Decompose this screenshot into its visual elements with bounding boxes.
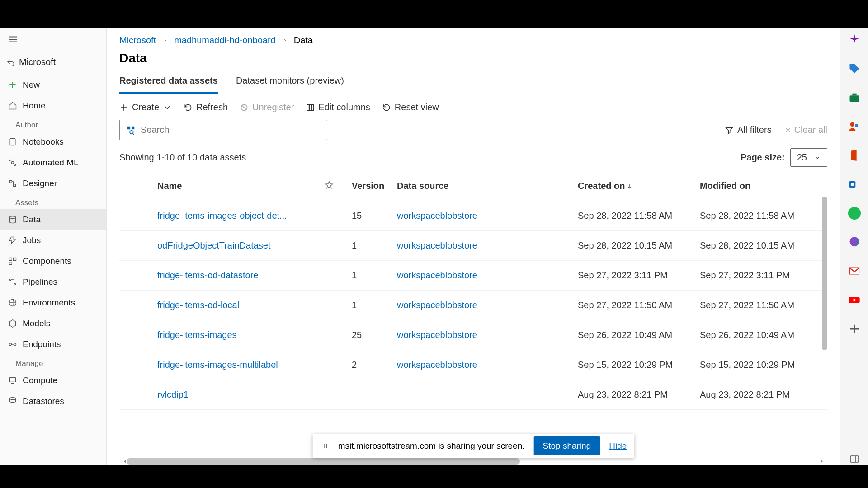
svg-rect-24 xyxy=(849,95,859,102)
close-icon xyxy=(784,127,792,134)
edit-columns-button[interactable]: Edit columns xyxy=(306,102,370,113)
sort-desc-icon xyxy=(627,183,633,189)
search-box[interactable] xyxy=(119,120,327,140)
table-row[interactable]: odFridgeObjectTrainDataset 1 workspacebl… xyxy=(119,231,827,261)
col-name[interactable]: Name xyxy=(157,181,325,191)
sidebar-compute[interactable]: Compute xyxy=(0,370,106,391)
table-row[interactable]: fridge-items-images-object-det... 15 wor… xyxy=(119,201,827,231)
gmail-icon[interactable] xyxy=(848,265,861,277)
horizontal-scrollbar[interactable] xyxy=(127,458,520,465)
hide-button[interactable]: Hide xyxy=(609,441,627,451)
asset-created: Sep 28, 2022 10:15 AM xyxy=(578,240,700,251)
clear-all-button: Clear all xyxy=(784,125,827,135)
spotify-icon[interactable] xyxy=(848,207,861,220)
sidebar-components[interactable]: Components xyxy=(0,251,106,272)
asset-name[interactable]: fridge-items-od-local xyxy=(157,300,325,310)
add-icon[interactable] xyxy=(848,323,861,335)
asset-name[interactable]: fridge-items-images xyxy=(157,330,325,340)
table-row[interactable]: fridge-items-od-datastore 1 workspaceblo… xyxy=(119,261,827,291)
stop-sharing-button[interactable]: Stop sharing xyxy=(534,436,600,455)
sidebar-new[interactable]: New xyxy=(0,75,106,95)
menu-toggle[interactable] xyxy=(0,28,106,52)
asset-created: Sep 15, 2022 10:29 PM xyxy=(578,360,700,370)
svg-point-6 xyxy=(9,216,15,219)
sidebar-notebooks[interactable]: Notebooks xyxy=(0,131,106,152)
col-modified[interactable]: Modified on xyxy=(700,181,822,191)
crumb-workspace[interactable]: madhumaddi-hd-onboard xyxy=(174,35,276,46)
sidebar-models[interactable]: Models xyxy=(0,313,106,334)
asset-version: 1 xyxy=(352,270,397,281)
asset-datasource[interactable]: workspaceblobstore xyxy=(397,270,578,281)
asset-datasource[interactable]: workspaceblobstore xyxy=(397,240,578,251)
section-author: Author xyxy=(0,116,106,131)
asset-datasource[interactable]: workspaceblobstore xyxy=(397,211,578,221)
col-version[interactable]: Version xyxy=(352,181,397,191)
people-icon[interactable] xyxy=(848,120,861,133)
asset-name[interactable]: odFridgeObjectTrainDataset xyxy=(157,240,325,251)
sidebar-designer[interactable]: Designer xyxy=(0,173,106,194)
asset-modified: Sep 27, 2022 3:11 PM xyxy=(700,270,822,281)
back-link[interactable]: Microsoft xyxy=(0,52,106,75)
table-row[interactable]: fridge-items-images 25 workspaceblobstor… xyxy=(119,320,827,350)
svg-rect-8 xyxy=(14,258,16,261)
create-button[interactable]: Create xyxy=(119,102,172,113)
page-title: Data xyxy=(119,51,827,70)
all-filters-button[interactable]: All filters xyxy=(725,125,772,135)
outlook-icon[interactable] xyxy=(848,178,861,191)
screen-share-bar: msit.microsoftstream.com is sharing your… xyxy=(313,434,634,458)
svg-point-3 xyxy=(14,164,15,165)
reset-view-button[interactable]: Reset view xyxy=(382,102,439,113)
table-row[interactable]: fridge-items-od-local 1 workspaceblobsto… xyxy=(119,291,827,320)
briefcase-icon[interactable] xyxy=(848,91,861,104)
office-icon[interactable] xyxy=(848,149,861,162)
svg-rect-0 xyxy=(10,139,15,145)
asset-version: 1 xyxy=(352,300,397,310)
asset-version: 15 xyxy=(352,211,397,221)
asset-name[interactable]: fridge-items-od-datastore xyxy=(157,270,325,281)
page-size-dropdown[interactable]: 25 xyxy=(790,148,827,167)
tag-icon[interactable] xyxy=(848,62,861,75)
messenger-icon[interactable] xyxy=(848,236,861,249)
asset-name[interactable]: fridge-items-images-multilabel xyxy=(157,360,325,370)
asset-version: 2 xyxy=(352,360,397,370)
col-created[interactable]: Created on xyxy=(578,181,700,191)
svg-point-1 xyxy=(12,162,14,164)
sidebar-data[interactable]: Data xyxy=(0,209,106,230)
sidebar-datastores[interactable]: Datastores xyxy=(0,391,106,412)
svg-rect-22 xyxy=(132,126,134,129)
asset-datasource[interactable]: workspaceblobstore xyxy=(397,330,578,340)
youtube-icon[interactable] xyxy=(848,294,861,306)
table-row[interactable]: fridge-items-images-multilabel 2 workspa… xyxy=(119,350,827,380)
svg-point-23 xyxy=(130,130,133,133)
sidebar-automl[interactable]: Automated ML xyxy=(0,152,106,173)
asset-modified: Sep 15, 2022 10:29 PM xyxy=(700,360,822,370)
asset-modified: Sep 27, 2022 11:50 AM xyxy=(700,300,822,310)
sidebar-pipelines[interactable]: Pipelines xyxy=(0,272,106,292)
sidebar-home[interactable]: Home xyxy=(0,95,106,116)
asset-created: Aug 23, 2022 8:21 PM xyxy=(578,389,700,400)
svg-rect-4 xyxy=(9,180,12,183)
vertical-scrollbar[interactable] xyxy=(822,197,827,350)
asset-datasource[interactable]: workspaceblobstore xyxy=(397,300,578,310)
sidebar-environments[interactable]: Environments xyxy=(0,292,106,313)
copilot-icon[interactable] xyxy=(848,33,861,46)
tab-registered[interactable]: Registered data assets xyxy=(119,70,218,94)
collapse-panel-icon[interactable] xyxy=(849,454,860,465)
sidebar-endpoints[interactable]: Endpoints xyxy=(0,334,106,355)
asset-datasource[interactable]: workspaceblobstore xyxy=(397,360,578,370)
search-input[interactable] xyxy=(141,125,321,135)
breadcrumb: Microsoft madhumaddi-hd-onboard Data xyxy=(119,28,827,51)
svg-rect-20 xyxy=(312,104,314,110)
svg-point-26 xyxy=(850,122,854,127)
filter-icon xyxy=(725,126,734,135)
col-datasource[interactable]: Data source xyxy=(397,181,578,191)
crumb-root[interactable]: Microsoft xyxy=(119,35,156,46)
col-favorite[interactable] xyxy=(325,180,352,192)
sidebar-jobs[interactable]: Jobs xyxy=(0,230,106,251)
table-row[interactable]: rvlcdip1 Aug 23, 2022 8:21 PM Aug 23, 20… xyxy=(119,380,827,410)
unregister-button: Unregister xyxy=(240,102,294,113)
asset-name[interactable]: rvlcdip1 xyxy=(157,389,325,400)
refresh-button[interactable]: Refresh xyxy=(184,102,228,113)
tab-monitors[interactable]: Dataset monitors (preview) xyxy=(236,70,344,94)
asset-name[interactable]: fridge-items-images-object-det... xyxy=(157,211,325,221)
